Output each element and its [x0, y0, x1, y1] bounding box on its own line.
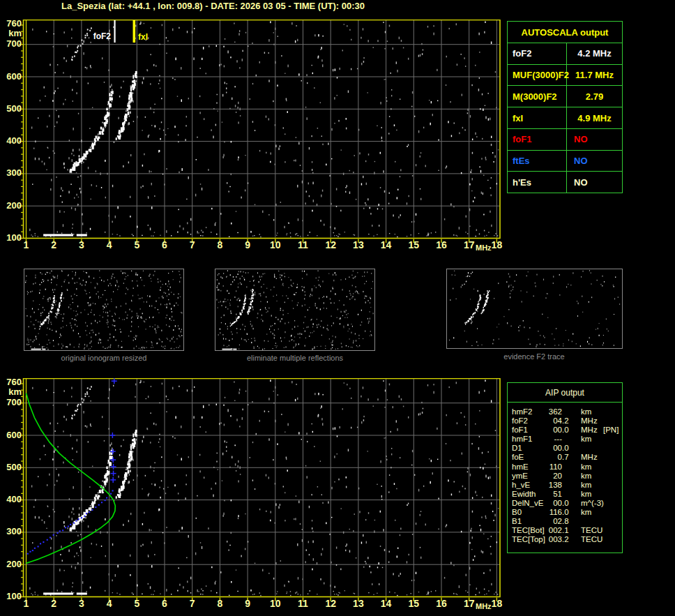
autoscala-output-table: AUTOSCALA output foF24.2 MHzMUF(3000)F21… [507, 21, 623, 193]
aip-row-hmf1: hmF1---km [508, 435, 622, 444]
autoscala-row-label: M(3000)F2 [508, 86, 567, 107]
x-axis-tick-label: 6 [153, 240, 176, 250]
thumbnail-caption-original: original ionogram resized [34, 354, 174, 362]
aip-row-fof1: foF100.0MHz[PN] [508, 426, 622, 435]
autoscala-row-hes: h'EsNO [508, 172, 622, 193]
y-axis-tick-label: 200 [1, 559, 22, 569]
fof2-marker-label: foF2 [87, 32, 111, 40]
aip-row-b0: B0116.0km [508, 508, 622, 517]
aip-row-hmf2: hmF2362km [508, 407, 622, 416]
aip-output-table: AIP output hmF2362kmfoF204.2MHzfoF100.0M… [507, 382, 623, 553]
x-axis-tick-label: 1 [15, 599, 38, 608]
aip-row-value-frac: .0 [562, 499, 569, 507]
y-axis-tick-label: 500 [1, 104, 22, 113]
x-axis-tick-label: 2 [43, 599, 65, 608]
y-axis-tick-label: 700 [1, 39, 22, 48]
x-axis-tick-label: 9 [236, 240, 259, 250]
x-axis-tick-label: 3 [70, 240, 93, 250]
aip-row-value-int: --- [519, 435, 562, 443]
autoscala-table-title: AUTOSCALA output [508, 22, 622, 43]
x-axis-tick-label: 6 [153, 599, 176, 608]
aip-table-title: AIP output [508, 383, 622, 403]
autoscala-row-fof1: foF1NO [508, 129, 622, 151]
aip-row-value-int: 138 [519, 481, 562, 489]
x-axis-tick-label: 2 [43, 240, 65, 250]
autoscala-row-fxi: fxI4.9 MHz [508, 107, 622, 129]
x-axis-tick-label: 7 [181, 599, 204, 608]
x-axis-tick-label: 12 [319, 599, 342, 608]
aip-row-value-int: 116 [519, 508, 562, 516]
aip-row-value-frac: .2 [562, 416, 569, 425]
y-axis-tick-label: 400 [1, 136, 22, 145]
aip-row-d1: D100.0 [508, 444, 622, 453]
y-axis-tick-label: 400 [1, 495, 22, 504]
x-axis-tick-label: 10 [264, 599, 287, 608]
aip-row-value-frac: .7 [562, 453, 569, 461]
aip-row-unit: MHz [581, 453, 598, 461]
y-axis-tick-label: 300 [1, 168, 22, 177]
aip-row-extra: [PN] [603, 426, 619, 434]
autoscala-screen: La_Spezia (lat: +44.1 , lon: 009.8) - DA… [0, 0, 675, 616]
x-axis-tick-label: 10 [264, 240, 287, 250]
autoscala-row-value: 2.79 [567, 86, 622, 107]
x-axis-tick-label: 13 [347, 599, 370, 608]
y-axis-tick-label: 300 [1, 527, 22, 536]
x-axis-tick-label: 11 [292, 240, 314, 250]
aip-row-b1: B102.8 [508, 517, 622, 526]
aip-row-unit: km [581, 463, 591, 471]
autoscala-row-m3000f2: M(3000)F22.79 [508, 86, 622, 107]
aip-row-value-frac: .1 [562, 526, 569, 534]
aip-row-value-frac: .0 [562, 426, 569, 434]
aip-row-yme: ymE20km [508, 472, 622, 481]
x-axis-tick-label: 13 [347, 240, 370, 250]
aip-row-value-int: 02 [519, 517, 562, 525]
aip-row-value-int: 00 [519, 426, 562, 434]
aip-row-value-int: 00 [519, 499, 562, 507]
x-axis-tick-label: 5 [126, 599, 148, 608]
x-axis-tick-label: 7 [181, 240, 204, 250]
thumbnail-original-ionogram [24, 269, 184, 351]
x-axis-tick-label: 1 [15, 240, 38, 250]
x-axis-tick-label: 8 [208, 599, 231, 608]
aip-row-value-frac: .2 [562, 535, 569, 543]
y-axis-tick-label: 500 [1, 463, 22, 472]
x-axis-tick-label: 15 [402, 599, 425, 608]
aip-row-value-int: 51 [519, 490, 562, 498]
aip-row-unit: km [581, 435, 591, 443]
aip-row-unit: km [581, 407, 591, 416]
profile-plot-canvas [12, 378, 504, 603]
aip-row-tectop: TEC[Top]003.2TECU [508, 535, 622, 544]
x-axis-tick-label: 14 [375, 599, 397, 608]
y-axis-unit: km [1, 29, 22, 38]
aip-row-value-frac: .0 [562, 444, 569, 452]
aip-row-hme: hmE110km [508, 463, 622, 472]
thumbnail-caption-evidence: evidence F2 trace [464, 352, 604, 361]
aip-row-value-int: 04 [519, 416, 562, 425]
aip-row-delnve: DelN_vE00.0m^(-3) [508, 499, 622, 508]
autoscala-row-value: 4.2 MHz [567, 43, 622, 64]
x-axis-tick-label: 16 [430, 240, 453, 250]
x-axis-tick-label: 14 [375, 240, 397, 250]
autoscala-row-value: NO [567, 172, 622, 193]
aip-row-value-int: 00 [519, 444, 562, 452]
aip-row-value-frac: .0 [562, 508, 569, 516]
y-axis-tick-label: 760 [1, 19, 22, 28]
y-axis-tick-label: 600 [1, 430, 22, 440]
autoscala-table-rows: foF24.2 MHzMUF(3000)F211.7 MHzM(3000)F22… [508, 43, 622, 193]
autoscala-row-value: NO [567, 129, 622, 150]
x-axis-tick-label: 4 [98, 240, 121, 250]
autoscala-row-ftes: ftEsNO [508, 151, 622, 172]
aip-row-unit: m^(-3) [581, 499, 604, 507]
aip-row-unit: MHz [581, 416, 598, 425]
thumbnail-eliminate-reflections [215, 269, 375, 351]
aip-row-fof2: foF204.2MHz [508, 416, 622, 426]
autoscala-row-value: NO [567, 151, 622, 172]
x-axis-tick-label: 11 [292, 599, 314, 608]
x-axis-tick-label: 4 [98, 599, 121, 608]
station-date-title: La_Spezia (lat: +44.1 , lon: 009.8) - DA… [61, 1, 365, 11]
autoscala-row-label: h'Es [508, 172, 567, 193]
autoscala-row-label: foF1 [508, 129, 567, 150]
autoscala-row-label: foF2 [508, 43, 567, 64]
autoscala-row-label: MUF(3000)F2 [508, 65, 567, 86]
x-axis-tick-label: 12 [319, 240, 342, 250]
